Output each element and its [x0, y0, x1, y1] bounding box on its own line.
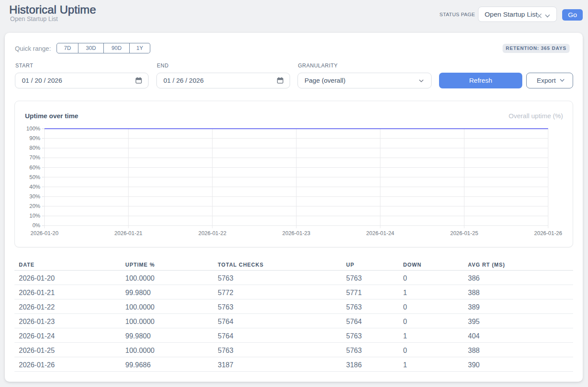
svg-text:2026-01-24: 2026-01-24: [366, 230, 394, 236]
svg-text:30%: 30%: [29, 194, 40, 200]
svg-text:2026-01-21: 2026-01-21: [114, 230, 142, 236]
svg-text:2026-01-23: 2026-01-23: [282, 230, 310, 236]
svg-text:20%: 20%: [29, 203, 40, 209]
svg-text:80%: 80%: [29, 145, 40, 151]
svg-text:2026-01-26: 2026-01-26: [534, 230, 562, 236]
svg-text:2026-01-22: 2026-01-22: [198, 230, 227, 236]
svg-text:2026-01-20: 2026-01-20: [31, 230, 59, 236]
svg-text:0%: 0%: [32, 222, 40, 229]
svg-text:50%: 50%: [29, 174, 40, 180]
svg-text:60%: 60%: [29, 165, 40, 171]
svg-text:2026-01-25: 2026-01-25: [450, 230, 478, 236]
svg-text:40%: 40%: [29, 184, 40, 190]
svg-text:10%: 10%: [29, 213, 40, 219]
svg-text:70%: 70%: [29, 155, 40, 161]
svg-text:100%: 100%: [26, 126, 40, 132]
svg-text:90%: 90%: [29, 135, 40, 141]
